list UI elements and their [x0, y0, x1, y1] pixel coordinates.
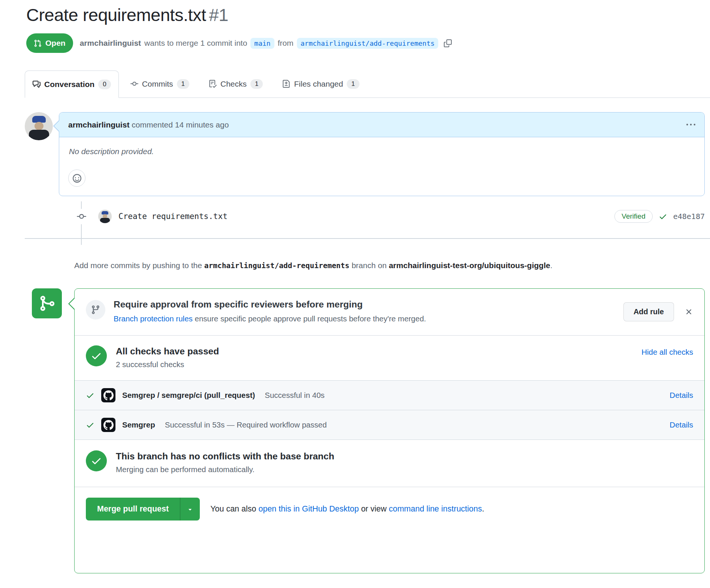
commit-status-check-icon[interactable]: [659, 212, 667, 221]
pr-byline: Open armchairlinguist wants to merge 1 c…: [26, 33, 705, 53]
comment-options-button[interactable]: [686, 120, 695, 129]
discussion-timeline: armchairlinguist commented 14 minutes ag…: [25, 112, 705, 227]
comment-card: armchairlinguist commented 14 minutes ag…: [59, 112, 705, 196]
command-line-instructions-link[interactable]: command line instructions: [389, 504, 482, 513]
pr-number: #1: [209, 5, 228, 25]
dismiss-banner-button[interactable]: [685, 308, 693, 316]
check-name: Semgrep: [122, 420, 155, 429]
mergeability-status: This branch has no conflicts with the ba…: [75, 440, 704, 487]
pull-request-page: Create requirements.txt#1 Open armchairl…: [0, 4, 710, 573]
commit-row: Create requirements.txt Verified e48e187: [25, 206, 705, 227]
copy-icon: [444, 39, 452, 47]
triangle-down-icon: [187, 506, 193, 513]
tab-label: Checks: [220, 80, 247, 88]
github-app-avatar[interactable]: [101, 388, 115, 402]
page-title: Create requirements.txt#1: [26, 4, 705, 25]
check-name: Semgrep / semgrep/ci (pull_request): [122, 391, 255, 400]
push-note-repo: armchairlinguist-test-org/ubiquitous-gig…: [389, 261, 550, 270]
pr-title-text: Create requirements.txt: [26, 5, 206, 25]
git-branch-icon: [86, 300, 105, 320]
pr-tabs: Conversation 0 Commits 1 Checks 1 Files …: [25, 70, 710, 98]
also-text: You can also: [210, 504, 258, 513]
pr-state-label: Open: [45, 39, 66, 48]
smiley-icon: [73, 174, 81, 183]
push-note-suffix: .: [550, 261, 553, 270]
check-status: Successful in 53s — Required workflow pa…: [165, 420, 327, 429]
github-app-avatar[interactable]: [101, 418, 115, 432]
merge-options-dropdown[interactable]: [180, 498, 200, 520]
kebab-horizontal-icon: [686, 120, 695, 129]
merge-actions: Merge pull request You can also open thi…: [75, 487, 704, 531]
checks-summary-subtitle: 2 successful checks: [116, 360, 219, 369]
git-pull-request-icon: [34, 39, 42, 47]
check-details-link[interactable]: Details: [670, 420, 693, 429]
push-note-middle: branch on: [349, 261, 389, 270]
branch-protection-rules-link[interactable]: Branch protection rules: [114, 314, 193, 323]
commit-message-link[interactable]: Create requirements.txt: [118, 212, 228, 221]
hide-all-checks-link[interactable]: Hide all checks: [641, 348, 693, 357]
push-note: Add more commits by pushing to the armch…: [74, 259, 554, 272]
comment-discussion-icon: [33, 80, 40, 88]
tab-label: Files changed: [294, 80, 343, 88]
avatar[interactable]: [25, 112, 53, 140]
timeline-divider: [25, 238, 710, 239]
check-details-link[interactable]: Details: [670, 391, 693, 400]
pr-byline-text: armchairlinguist wants to merge 1 commit…: [80, 38, 452, 49]
pr-state-badge: Open: [26, 33, 73, 53]
commit-sha-link[interactable]: e48e187: [673, 212, 705, 221]
tab-count: 0: [98, 80, 111, 89]
tab-conversation[interactable]: Conversation 0: [25, 70, 119, 98]
check-list: Semgrep / semgrep/ci (pull_request) Succ…: [75, 380, 704, 440]
merge-pull-request-button[interactable]: Merge pull request: [86, 498, 180, 520]
success-check-icon: [86, 345, 107, 366]
tab-label: Conversation: [44, 80, 94, 89]
or-view-text: or view: [359, 504, 389, 513]
pr-author-link[interactable]: armchairlinguist: [80, 39, 141, 48]
git-commit-icon: [130, 80, 138, 88]
github-mark-icon: [103, 420, 114, 430]
rule-description: ensure specific people approve pull requ…: [193, 314, 426, 323]
comment-meta: commented 14 minutes ago: [132, 120, 229, 129]
check-status: Successful in 40s: [265, 391, 325, 400]
tab-label: Commits: [142, 80, 173, 88]
byline-from-text: from: [278, 39, 294, 48]
commit-author-avatar[interactable]: [98, 210, 112, 223]
check-success-icon: [86, 391, 94, 400]
pr-description-comment: armchairlinguist commented 14 minutes ag…: [25, 112, 705, 196]
close-icon: [685, 308, 693, 316]
git-commit-icon: [73, 209, 89, 224]
push-note-prefix: Add more commits by pushing to the: [74, 261, 204, 270]
tab-count: 1: [347, 79, 359, 89]
checklist-icon: [209, 80, 217, 88]
no-conflicts-title: This branch has no conflicts with the ba…: [116, 451, 334, 462]
git-merge-icon: [32, 288, 62, 318]
verified-badge[interactable]: Verified: [614, 210, 652, 223]
period-text: .: [482, 504, 484, 513]
tab-count: 1: [177, 79, 189, 89]
tab-checks[interactable]: Checks 1: [201, 70, 271, 98]
add-rule-button[interactable]: Add rule: [623, 302, 674, 321]
tab-count: 1: [250, 79, 263, 89]
push-note-branch: armchairlinguist/add-requirements: [204, 261, 349, 270]
merge-button-group: Merge pull request: [86, 498, 200, 520]
merge-card: Require approval from specific reviewers…: [74, 288, 705, 573]
head-branch-label[interactable]: armchairlinguist/add-requirements: [297, 38, 439, 49]
check-success-icon: [86, 421, 94, 429]
base-branch-label[interactable]: main: [250, 38, 274, 49]
success-check-icon: [86, 450, 107, 471]
github-mark-icon: [103, 390, 114, 400]
comment-body: No description provided.: [59, 137, 704, 196]
comment-author-link[interactable]: armchairlinguist: [68, 120, 129, 129]
check-row: Semgrep Successful in 53s — Required wor…: [75, 410, 704, 440]
comment-text: No description provided.: [69, 147, 695, 156]
merge-box: Require approval from specific reviewers…: [25, 288, 705, 573]
tab-commits[interactable]: Commits 1: [123, 70, 197, 98]
copy-branch-button[interactable]: [444, 39, 452, 47]
checks-summary: All checks have passed 2 successful chec…: [75, 335, 704, 380]
comment-header: armchairlinguist commented 14 minutes ag…: [59, 112, 704, 137]
branch-rule-banner: Require approval from specific reviewers…: [75, 289, 704, 335]
github-desktop-link[interactable]: open this in GitHub Desktop: [258, 504, 359, 513]
tab-files-changed[interactable]: Files changed 1: [274, 70, 367, 98]
file-diff-icon: [282, 80, 290, 88]
add-reaction-button[interactable]: [68, 170, 85, 187]
